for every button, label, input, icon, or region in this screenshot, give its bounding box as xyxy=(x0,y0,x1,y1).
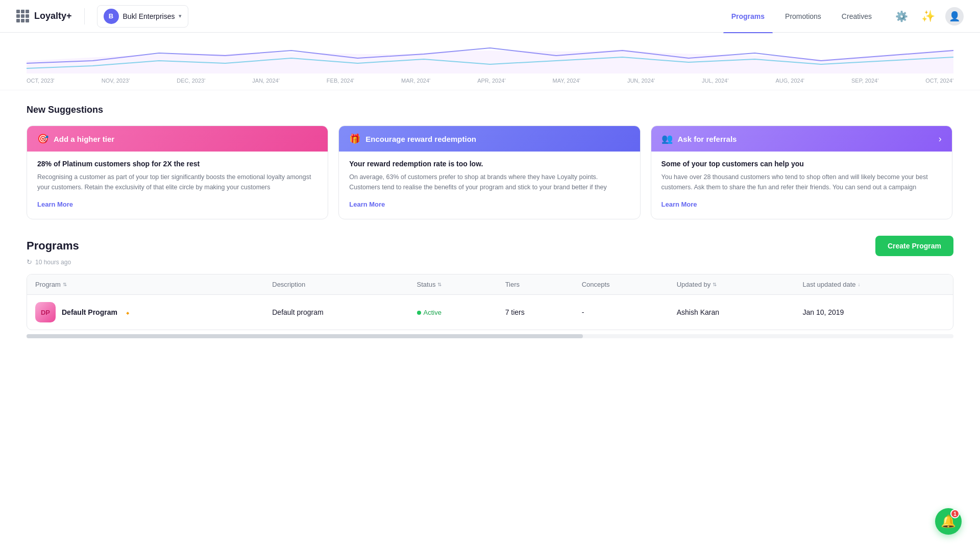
status-badge: Active xyxy=(417,309,442,316)
sort-updated-by[interactable]: Updated by ⇅ xyxy=(677,281,717,288)
th-status: Status ⇅ xyxy=(409,274,497,295)
header-divider xyxy=(84,8,85,24)
sort-program[interactable]: Program ⇅ xyxy=(35,281,67,288)
card-title-redemption: Encourage reward redemption xyxy=(365,135,476,143)
nav-link-programs[interactable]: Programs xyxy=(723,8,773,24)
suggestions-section: New Suggestions 🎯 Add a higher tier 28% … xyxy=(0,90,980,219)
chart-label-nov23: NOV, 2023' xyxy=(102,78,130,84)
th-description: Description xyxy=(264,274,408,295)
chart-label-mar24: MAR, 2024' xyxy=(401,78,430,84)
last-updated: ↻ 10 hours ago xyxy=(27,258,953,266)
card-highlight-referrals: Some of your top customers can help you xyxy=(662,160,942,168)
chart-label-jul24: JUL, 2024' xyxy=(702,78,728,84)
card-highlight-redemption: Your reward redemption rate is too low. xyxy=(349,160,629,168)
user-avatar[interactable]: 👤 xyxy=(945,7,964,26)
app-logo[interactable]: Loyalty+ xyxy=(16,10,72,22)
card-highlight-tier: 28% of Platinum customers shop for 2X th… xyxy=(37,160,317,168)
chart-label-jun24: JUN, 2024' xyxy=(627,78,655,84)
td-description: Default program xyxy=(264,295,408,330)
card-learn-more-redemption[interactable]: Learn More xyxy=(349,201,385,208)
card-icon-redemption: 🎁 xyxy=(349,133,360,144)
suggestion-card-redemption[interactable]: 🎁 Encourage reward redemption Your rewar… xyxy=(338,126,640,219)
status-dot xyxy=(417,311,421,315)
table-container: Program ⇅ Description Status ⇅ Tiers Con… xyxy=(27,274,953,330)
chart-label-apr24: APR, 2024' xyxy=(477,78,505,84)
card-title-tier: Add a higher tier xyxy=(54,135,114,143)
header-actions: ⚙️ ✨ 👤 xyxy=(892,7,964,26)
card-text-redemption: On average, 63% of customers prefer to s… xyxy=(349,172,629,192)
sort-icon-program: ⇅ xyxy=(63,282,67,287)
card-header-referrals: 👥 Ask for referrals › xyxy=(651,126,952,152)
td-updated-by: Ashish Karan xyxy=(669,295,795,330)
th-tiers: Tiers xyxy=(497,274,574,295)
card-header-tier: 🎯 Add a higher tier xyxy=(27,126,328,152)
program-avatar: DP xyxy=(35,302,56,322)
programs-table: Program ⇅ Description Status ⇅ Tiers Con… xyxy=(27,274,953,330)
th-updated-by: Updated by ⇅ xyxy=(669,274,795,295)
default-star-icon: ⬥ xyxy=(126,308,130,316)
programs-section: Programs Create Program ↻ 10 hours ago P… xyxy=(0,219,980,330)
card-learn-more-referrals[interactable]: Learn More xyxy=(662,201,697,208)
card-body-referrals: Some of your top customers can help you … xyxy=(651,152,952,219)
create-program-button[interactable]: Create Program xyxy=(875,236,953,256)
company-name: Bukl Enterprises xyxy=(123,12,175,20)
td-tiers: 7 tiers xyxy=(497,295,574,330)
cards-row: 🎯 Add a higher tier 28% of Platinum cust… xyxy=(27,126,953,219)
company-avatar: B xyxy=(104,9,119,24)
card-body-redemption: Your reward redemption rate is too low. … xyxy=(339,152,640,219)
th-concepts: Concepts xyxy=(574,274,669,295)
table-row[interactable]: DP Default Program ⬥ Default program Act… xyxy=(27,295,953,330)
chart-area: OCT, 2023' NOV, 2023' DEC, 2023' JAN, 20… xyxy=(0,33,980,90)
chart-svg xyxy=(27,33,953,73)
card-icon-referrals: 👥 xyxy=(662,133,673,144)
last-updated-text: 10 hours ago xyxy=(35,259,71,266)
th-last-updated-date: Last updated date ↓ xyxy=(794,274,953,295)
sort-status[interactable]: Status ⇅ xyxy=(417,281,442,288)
program-cell: DP Default Program ⬥ xyxy=(35,302,256,322)
settings-button[interactable]: ⚙️ xyxy=(892,7,911,26)
td-concepts: - xyxy=(574,295,669,330)
chart-label-sep24: SEP, 2024' xyxy=(851,78,878,84)
chart-label-dec23: DEC, 2023' xyxy=(177,78,205,84)
td-status: Active xyxy=(409,295,497,330)
sort-last-updated-date[interactable]: Last updated date ↓ xyxy=(802,281,860,288)
programs-header: Programs Create Program xyxy=(27,236,953,256)
td-last-updated-date: Jan 10, 2019 xyxy=(794,295,953,330)
td-program: DP Default Program ⬥ xyxy=(27,295,264,330)
table-header-row: Program ⇅ Description Status ⇅ Tiers Con… xyxy=(27,274,953,295)
chevron-down-icon: ▾ xyxy=(179,13,182,19)
card-body-tier: 28% of Platinum customers shop for 2X th… xyxy=(27,152,328,219)
nav-link-creatives[interactable]: Creatives xyxy=(834,8,880,24)
sort-icon-last-updated-date: ↓ xyxy=(858,282,861,287)
refresh-icon: ↻ xyxy=(27,258,32,266)
chart-label-oct23: OCT, 2023' xyxy=(27,78,55,84)
grid-icon xyxy=(16,10,29,22)
suggestions-title: New Suggestions xyxy=(27,105,953,115)
chevron-right-icon: › xyxy=(939,134,942,144)
suggestion-card-tier[interactable]: 🎯 Add a higher tier 28% of Platinum cust… xyxy=(27,126,328,219)
card-title-referrals: Ask for referrals xyxy=(678,135,737,143)
card-header-redemption: 🎁 Encourage reward redemption xyxy=(339,126,640,152)
card-learn-more-tier[interactable]: Learn More xyxy=(37,201,73,208)
programs-table-wrap: Program ⇅ Description Status ⇅ Tiers Con… xyxy=(27,274,953,330)
suggestion-card-referrals[interactable]: 👥 Ask for referrals › Some of your top c… xyxy=(651,126,952,219)
card-text-referrals: You have over 28 thousand customers who … xyxy=(662,172,942,192)
card-icon-tier: 🎯 xyxy=(37,133,48,144)
chart-label-jan24: JAN, 2024' xyxy=(252,78,279,84)
ai-button[interactable]: ✨ xyxy=(919,7,937,26)
chart-label-may24: MAY, 2024' xyxy=(553,78,580,84)
chart-labels: OCT, 2023' NOV, 2023' DEC, 2023' JAN, 20… xyxy=(27,73,953,90)
nav-link-promotions[interactable]: Promotions xyxy=(777,8,829,24)
app-name: Loyalty+ xyxy=(34,11,72,21)
card-text-tier: Recognising a customer as part of your t… xyxy=(37,172,317,192)
header: Loyalty+ B Bukl Enterprises ▾ Programs P… xyxy=(0,0,980,33)
chart-label-aug24: AUG, 2024' xyxy=(775,78,804,84)
sort-icon-status: ⇅ xyxy=(437,282,442,287)
th-program: Program ⇅ xyxy=(27,274,264,295)
horizontal-scrollbar[interactable] xyxy=(0,330,980,340)
chart-label-oct24: OCT, 2024' xyxy=(925,78,953,84)
program-name: Default Program xyxy=(62,308,117,316)
company-selector[interactable]: B Bukl Enterprises ▾ xyxy=(97,5,189,28)
main-nav: Programs Promotions Creatives xyxy=(723,8,880,24)
programs-title: Programs xyxy=(27,239,79,253)
